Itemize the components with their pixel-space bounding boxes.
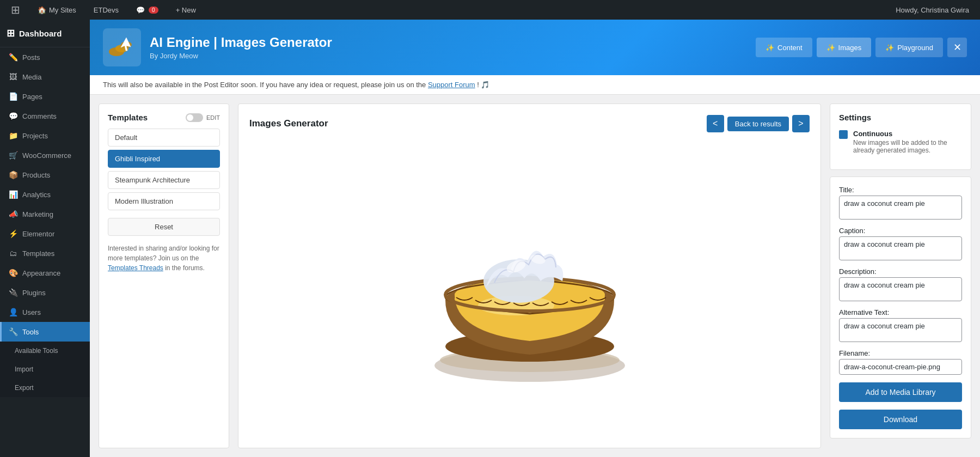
sidebar-item-available-tools[interactable]: Available Tools: [0, 342, 90, 360]
playground-btn-label: Playground: [897, 44, 933, 52]
filename-field-group: Filename:: [839, 349, 962, 375]
footer-text: Interested in sharing and/or looking for…: [108, 245, 219, 262]
template-steampunk-label: Steampunk Architecture: [115, 176, 190, 184]
caption-input[interactable]: [839, 236, 962, 260]
comment-icon: 💬: [136, 6, 145, 14]
my-sites-button[interactable]: 🏠 My Sites: [33, 0, 81, 20]
continuous-checkbox[interactable]: [839, 130, 848, 139]
posts-label: Posts: [22, 53, 40, 62]
reset-label: Reset: [155, 223, 173, 231]
sidebar-item-projects[interactable]: 📁 Projects: [0, 126, 90, 145]
images-button[interactable]: ✨ Images: [817, 38, 872, 57]
elementor-icon: ⚡: [8, 229, 18, 238]
caption-field-group: Caption:: [839, 227, 962, 262]
content-btn-icon: ✨: [765, 44, 774, 52]
wp-logo-button[interactable]: ⊞: [7, 0, 24, 20]
woo-icon: 🛒: [8, 151, 18, 160]
playground-button[interactable]: ✨ Playground: [875, 38, 943, 57]
projects-icon: 📁: [8, 131, 18, 140]
back-to-results-button[interactable]: Back to results: [727, 117, 789, 131]
sidebar-item-comments[interactable]: 💬 Comments: [0, 106, 90, 126]
main-content: Templates EDIT Default Ghibli Inspired S…: [90, 95, 980, 457]
add-to-media-button[interactable]: Add to Media Library: [839, 382, 962, 402]
template-item-steampunk[interactable]: Steampunk Architecture: [108, 171, 220, 189]
settings-title: Settings: [839, 113, 962, 122]
download-button[interactable]: Download: [839, 410, 962, 429]
plugin-header: AI Engine | Images Generator By Jordy Me…: [90, 20, 980, 75]
howdy-label: Howdy, Christina Gwira: [891, 0, 973, 20]
playground-btn-icon: ✨: [885, 44, 894, 52]
elementor-label: Elementor: [22, 230, 54, 238]
alt-text-field-group: Alternative Text:: [839, 308, 962, 344]
title-field-label: Title:: [839, 186, 962, 194]
sidebar-item-templates[interactable]: 🗂 Templates: [0, 243, 90, 263]
plugins-label: Plugins: [22, 289, 46, 297]
edit-toggle-label: EDIT: [206, 114, 220, 121]
content-button[interactable]: ✨ Content: [756, 38, 812, 57]
comments-button[interactable]: 💬 0: [132, 0, 163, 20]
plugin-logo: [103, 28, 141, 66]
title-input[interactable]: [839, 196, 962, 220]
users-label: Users: [22, 308, 41, 316]
templates-nav-icon: 🗂: [8, 249, 18, 258]
templates-nav-label: Templates: [22, 249, 54, 258]
edit-toggle[interactable]: EDIT: [186, 113, 220, 122]
content-btn-label: Content: [777, 44, 803, 52]
nav-next-icon: >: [798, 119, 803, 129]
sidebar-item-media[interactable]: 🖼 Media: [0, 67, 90, 87]
template-item-modern[interactable]: Modern Illustration: [108, 192, 220, 210]
sidebar-item-plugins[interactable]: 🔌 Plugins: [0, 283, 90, 302]
support-forum-link[interactable]: Support Forum: [428, 81, 475, 89]
sidebar-item-tools[interactable]: 🔧 Tools: [0, 322, 90, 342]
template-item-ghibli[interactable]: Ghibli Inspired: [108, 150, 220, 168]
plugin-title-area: AI Engine | Images Generator By Jordy Me…: [150, 35, 747, 60]
new-content-button[interactable]: + New: [171, 0, 200, 20]
sidebar-item-posts[interactable]: ✏️ Posts: [0, 47, 90, 67]
appearance-icon: 🎨: [8, 269, 18, 277]
continuous-desc: New images will be added to the already …: [853, 139, 962, 154]
filename-field-label: Filename:: [839, 349, 962, 357]
sidebar-item-export[interactable]: Export: [0, 379, 90, 397]
sidebar-item-woocommerce[interactable]: 🛒 WooCommerce: [0, 145, 90, 165]
site-name-button[interactable]: ETDevs: [89, 0, 123, 20]
footer-suffix: in the forums.: [165, 264, 205, 272]
sidebar-logo[interactable]: ⊞ Dashboard: [0, 20, 90, 47]
media-label: Media: [22, 73, 41, 81]
reset-button[interactable]: Reset: [108, 218, 220, 236]
template-item-default[interactable]: Default: [108, 129, 220, 147]
sidebar-item-users[interactable]: 👤 Users: [0, 302, 90, 322]
description-input[interactable]: [839, 277, 962, 301]
site-name-label: ETDevs: [94, 6, 119, 14]
comment-count-badge: 0: [149, 7, 158, 14]
sidebar-item-analytics[interactable]: 📊 Analytics: [0, 185, 90, 204]
nav-prev-icon: <: [713, 119, 718, 129]
sidebar-item-products[interactable]: 📦 Products: [0, 165, 90, 185]
my-sites-icon: 🏠: [38, 6, 46, 14]
edit-toggle-switch[interactable]: [186, 113, 203, 122]
user-greeting: Howdy, Christina Gwira: [896, 6, 969, 14]
right-column: Settings Continuous New images will be a…: [830, 103, 971, 448]
new-label: + New: [176, 6, 196, 14]
back-results-label: Back to results: [735, 120, 781, 128]
sidebar-title: Dashboard: [19, 29, 62, 38]
title-field-group: Title:: [839, 186, 962, 221]
sidebar-item-appearance[interactable]: 🎨 Appearance: [0, 263, 90, 283]
tools-label: Tools: [22, 328, 39, 336]
nav-next-button[interactable]: >: [792, 115, 810, 132]
comments-nav-icon: 💬: [8, 112, 18, 120]
templates-threads-link[interactable]: Templates Threads: [108, 264, 163, 272]
filename-input[interactable]: [839, 359, 962, 375]
close-button[interactable]: ✕: [947, 38, 967, 57]
sidebar-item-pages[interactable]: 📄 Pages: [0, 87, 90, 106]
caption-field-label: Caption:: [839, 227, 962, 235]
alt-text-input[interactable]: [839, 318, 962, 342]
nav-prev-button[interactable]: <: [707, 115, 724, 132]
available-tools-label: Available Tools: [15, 347, 58, 355]
sidebar-item-marketing[interactable]: 📣 Marketing: [0, 204, 90, 224]
close-icon: ✕: [953, 41, 961, 53]
images-btn-icon: ✨: [826, 44, 835, 52]
sidebar-item-elementor[interactable]: ⚡ Elementor: [0, 224, 90, 243]
header-buttons: ✨ Content ✨ Images ✨ Playground ✕: [756, 38, 967, 57]
generator-header: Images Generator < Back to results >: [249, 115, 810, 132]
sidebar-item-import[interactable]: Import: [0, 360, 90, 379]
